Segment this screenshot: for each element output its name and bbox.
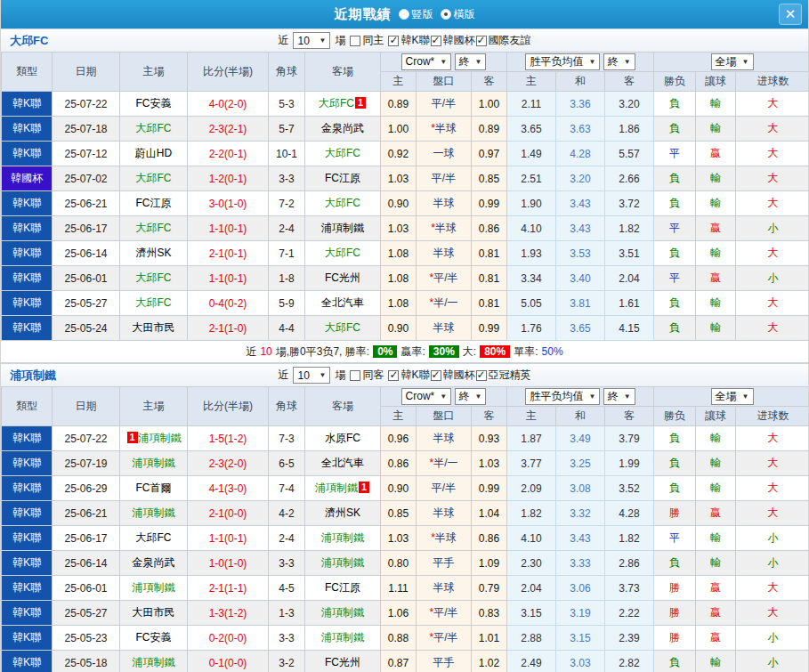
full-time-score: 2-1 [209, 582, 224, 595]
wdl-result-cell: 負 [654, 166, 696, 191]
handicap-result-cell: 輸 [696, 166, 736, 191]
team-label: 浦項制鐵 [133, 656, 175, 668]
avg-draw-cell: 3.25 [556, 451, 605, 476]
match-row: 韓K聯 25-06-01 大邱FC 1-1(0-1) 1-8 FC光州 1.08… [2, 266, 809, 291]
full-time-score: 2-1 [209, 247, 224, 260]
team-name: 浦項制鐵 [10, 368, 56, 384]
corner-cell: 5-3 [269, 92, 305, 117]
home-odds-cell: 0.89 [381, 92, 417, 117]
away-team-cell: 大邱FC [305, 142, 381, 166]
summary-record: 場,勝0平3负7, 勝率: [276, 344, 369, 360]
home-team-cell: FC首爾 [120, 476, 188, 501]
half-time-score: (3-0) [224, 482, 247, 495]
score-cell: 2-1(0-1) [188, 241, 269, 266]
score-cell: 2-1(0-0) [188, 501, 269, 526]
odds-final-select[interactable]: 終▼ [455, 53, 487, 70]
avg-final-select[interactable]: 終▼ [603, 388, 635, 405]
match-type-cell: 韓K聯 [2, 241, 53, 266]
avg-final-select[interactable]: 終▼ [603, 53, 635, 70]
same-venue-checkbox[interactable]: 同客 [350, 368, 384, 383]
score-cell: 0-2(0-0) [188, 626, 269, 651]
avg-draw-cell: 3.08 [556, 476, 605, 501]
team-label: 大田市民 [133, 321, 175, 334]
odds-group-header: Crow*▼ 終▼ [381, 387, 507, 407]
handicap-cell: 半球 [417, 316, 472, 341]
score-cell: 1-1(0-1) [188, 266, 269, 291]
away-odds-cell: 0.89 [472, 117, 507, 142]
same-venue-checkbox[interactable]: 同主 [350, 33, 384, 48]
col-header-corner: 角球 [269, 53, 305, 92]
subcol-home-odds: 主 [381, 407, 417, 426]
league-filters: 韓K聯韓國杯國際友誼 [388, 33, 530, 48]
handicap-change-star: * [431, 531, 435, 544]
match-row: 韓K聯 25-07-22 FC安義 4-0(2-0) 5-3 大邱FC1 0.8… [2, 92, 809, 117]
scope-select[interactable]: 全場▼ [711, 388, 754, 405]
avg-source-select[interactable]: 胜平负均值▼ [525, 53, 600, 70]
score-cell: 3-0(1-0) [188, 191, 269, 216]
match-date-cell: 25-07-12 [53, 142, 120, 166]
match-type-cell: 韓K聯 [2, 191, 53, 216]
away-odds-cell: 0.86 [472, 526, 507, 551]
subcol-home-odds: 主 [381, 72, 417, 92]
home-team-cell: 金泉尚武 [120, 551, 188, 576]
subcol-goals: 进球数 [736, 72, 809, 92]
avg-away-cell: 2.86 [605, 551, 654, 576]
league-filter-checkbox[interactable]: 韓國杯 [431, 33, 475, 48]
score-cell: 0-1(0-0) [188, 651, 269, 672]
full-time-score: 2-1 [209, 322, 224, 335]
home-odds-cell: 0.88 [381, 626, 417, 651]
away-team-cell: 浦項制鐵 [305, 526, 381, 551]
league-filter-checkbox[interactable]: 韓國杯 [431, 368, 475, 383]
home-odds-cell: 1.00 [381, 117, 417, 142]
away-odds-cell: 1.00 [472, 92, 507, 117]
league-filter-checkbox[interactable]: 韓K聯 [388, 33, 429, 48]
match-row: 韓K聯 25-06-14 濟州SK 2-1(0-1) 7-1 大邱FC 1.08… [2, 241, 809, 266]
match-type-cell: 韓K聯 [2, 626, 53, 651]
titlebar: 近期戰績 豎版 橫版 ✕ [1, 0, 808, 28]
league-filter-checkbox[interactable]: 國際友誼 [476, 33, 531, 48]
avg-draw-cell: 3.43 [556, 526, 605, 551]
avg-draw-cell: 3.53 [556, 241, 605, 266]
away-odds-cell: 1.04 [472, 501, 507, 526]
avg-away-cell: 3.73 [605, 576, 654, 601]
match-row: 韓K聯 25-05-27 大邱FC 0-4(0-2) 5-9 全北汽車 1.08… [2, 291, 809, 316]
radio-icon[interactable] [399, 9, 409, 20]
avg-away-cell: 3.20 [605, 92, 654, 117]
result-group-header: 全場▼ [654, 53, 809, 72]
chevron-down-icon: ▼ [588, 393, 595, 401]
radio-icon[interactable] [441, 9, 451, 20]
score-cell: 1-5(1-2) [188, 426, 269, 451]
team-label: FC首爾 [136, 482, 172, 494]
layout-radio-vertical[interactable]: 豎版 [399, 7, 433, 22]
filters-bar: 近 10▼ 場 同主 韓K聯韓國杯國際友誼 [1, 32, 808, 49]
team-label: FC光州 [325, 656, 360, 668]
league-filter-checkbox[interactable]: 亞冠精英 [476, 368, 531, 383]
col-header-home: 主場 [120, 387, 188, 426]
recent-count-select[interactable]: 10▼ [293, 32, 330, 49]
odds-source-select[interactable]: Crow*▼ [401, 388, 452, 405]
corner-cell: 10-1 [269, 142, 305, 166]
scope-select[interactable]: 全場▼ [711, 53, 754, 70]
league-filter-checkbox[interactable]: 韓K聯 [388, 368, 429, 383]
wdl-result-cell: 負 [654, 316, 696, 341]
odds-source-select[interactable]: Crow*▼ [401, 53, 452, 70]
team-label: 大邱FC [136, 296, 172, 309]
avg-away-cell: 4.28 [605, 501, 654, 526]
recent-count-select[interactable]: 10▼ [293, 367, 330, 384]
full-time-score: 1-0 [209, 557, 224, 570]
avg-home-cell: 2.88 [507, 626, 556, 651]
odds-final-select[interactable]: 終▼ [455, 388, 487, 405]
half-time-score: (1-0) [224, 198, 247, 210]
match-row: 韓K聯 25-06-14 金泉尚武 1-0(1-0) 3-3 浦項制鐵 0.80… [2, 551, 809, 576]
avg-source-select[interactable]: 胜平负均值▼ [525, 388, 600, 405]
avg-source-value: 胜平负均值 [530, 389, 583, 404]
handicap-cell: *半/一 [417, 451, 472, 476]
match-row: 韓K聯 25-07-22 1浦項制鐵 1-5(1-2) 7-3 水原FC 0.9… [2, 426, 809, 451]
team-label: FC江原 [325, 172, 360, 184]
avg-home-cell: 1.49 [507, 142, 556, 166]
col-header-type: 類型 [2, 53, 53, 92]
close-icon[interactable]: ✕ [779, 4, 802, 25]
home-team-cell: FC安義 [120, 626, 188, 651]
layout-radio-horizontal[interactable]: 橫版 [441, 7, 475, 22]
home-odds-cell: 1.08 [381, 266, 417, 291]
